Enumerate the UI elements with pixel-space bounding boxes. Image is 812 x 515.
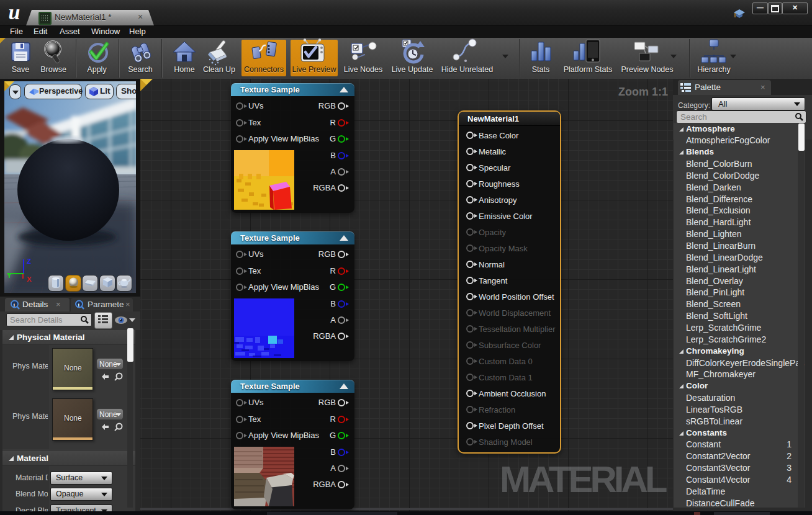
svg-text:Y: Y (7, 272, 12, 279)
svg-text:X: X (27, 275, 32, 283)
svg-text:Z: Z (27, 258, 31, 265)
